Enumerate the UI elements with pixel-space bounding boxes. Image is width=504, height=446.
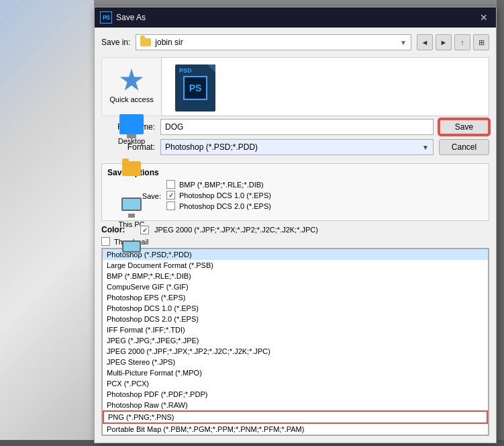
checkbox-jpeg2000[interactable] — [140, 226, 149, 234]
dropdown-item-portable[interactable]: Portable Bit Map (*.PBM;*.PGM;*.PPM;*.PN… — [103, 424, 488, 435]
close-button[interactable]: ✕ — [477, 11, 491, 24]
format-combo[interactable]: Photoshop (*.PSD;*.PDD) ▼ — [160, 139, 434, 155]
background-right — [497, 0, 504, 446]
save-in-row: Save in: jobin sir ▼ ◄ ► ↑ ⊞ — [101, 34, 489, 50]
dropdown-item-pcx[interactable]: PCX (*.PCX) — [103, 378, 488, 389]
save-options-title: Save Options — [107, 168, 483, 177]
save-in-label: Save in: — [101, 38, 130, 47]
file-name-input[interactable] — [160, 119, 434, 135]
ps-app-icon: PS — [100, 11, 112, 24]
dropdown-item-dcs1[interactable]: Photoshop DCS 1.0 (*.EPS) — [103, 303, 488, 314]
title-bar: PS Save As ✕ — [95, 7, 496, 28]
save-in-combo[interactable]: jobin sir ▼ — [136, 34, 411, 50]
checkbox-row-thumbnail: Thumbnail — [101, 237, 489, 246]
pc-monitor — [121, 197, 142, 211]
color-section: Color: JPEG 2000 (*.JPF;*.JPX;*.JP2;*.J2… — [101, 225, 489, 234]
file-name-row: File name: Save — [101, 119, 489, 135]
network-icon — [119, 239, 144, 259]
dropdown-item-dcs2[interactable]: Photoshop DCS 2.0 (*.EPS) — [103, 314, 488, 324]
psd-corner — [207, 64, 215, 73]
format-value: Photoshop (*.PSD;*.PDD) — [165, 142, 258, 152]
view-button[interactable]: ⊞ — [473, 34, 489, 50]
back-button[interactable]: ◄ — [417, 34, 433, 50]
psd-type-label: PSD — [179, 67, 192, 74]
sidebar-item-quick-access[interactable]: Quick access — [102, 63, 161, 109]
save-as-dialog: PS Save As ✕ Save in: jobin sir ▼ ◄ ► ↑ … — [94, 7, 497, 443]
checkbox-dcs1-label: Photoshop DCS 1.0 (*.EPS) — [179, 191, 271, 199]
color-label: Color: — [101, 225, 135, 234]
thumbnail-section: Thumbnail — [101, 237, 489, 246]
psd-file-icon: PSD PS — [175, 64, 215, 112]
folder-main — [122, 161, 141, 176]
checkbox-row-bmp: BMP (*.BMP;*.RLE;*.DIB) — [166, 180, 271, 189]
dropdown-item-psd[interactable]: Photoshop (*.PSD;*.PDD) — [103, 249, 488, 260]
save-options-section: Save Options Save: BMP (*.BMP;*.RLE;*.DI… — [101, 163, 489, 221]
main-area: Quick access Desktop Libraries — [101, 57, 489, 116]
checkbox-bmp[interactable] — [166, 180, 175, 189]
desktop-icon — [119, 114, 144, 134]
checkbox-dcs2[interactable] — [166, 202, 175, 210]
dropdown-item-gif[interactable]: CompuServe GIF (*.GIF) — [103, 281, 488, 292]
net-monitor — [122, 240, 141, 253]
checkbox-row-dcs2: Photoshop DCS 2.0 (*.EPS) — [166, 202, 271, 210]
quick-access-icon — [119, 69, 144, 93]
checkbox-bmp-label: BMP (*.BMP;*.RLE;*.DIB) — [179, 181, 264, 189]
pc-icon — [119, 197, 144, 218]
save-in-arrow: ▼ — [400, 39, 407, 46]
format-combo-arrow: ▼ — [422, 144, 429, 151]
title-bar-left: PS Save As — [100, 11, 146, 24]
dropdown-item-iff[interactable]: IFF Format (*.IFF;*.TDI) — [103, 324, 488, 335]
dialog-content: Save in: jobin sir ▼ ◄ ► ↑ ⊞ — [95, 28, 496, 443]
format-row: Format: Photoshop (*.PSD;*.PDD) ▼ Cancel — [101, 139, 489, 155]
dropdown-item-raw[interactable]: Photoshop Raw (*.RAW) — [103, 400, 488, 410]
sidebar-label-quick-access: Quick access — [109, 95, 153, 103]
star-icon — [119, 69, 144, 93]
dropdown-item-psb[interactable]: Large Document Format (*.PSB) — [103, 260, 488, 271]
psd-file-label: DOG — [186, 114, 204, 116]
dropdown-item-bmp[interactable]: BMP (*.BMP;*.RLE;*.DIB) — [103, 271, 488, 281]
cancel-button[interactable]: Cancel — [439, 139, 489, 155]
toolbar-buttons: ◄ ► ↑ ⊞ — [417, 34, 489, 50]
checkbox-thumbnail[interactable] — [101, 237, 110, 246]
save-checkboxes: BMP (*.BMP;*.RLE;*.DIB) Photoshop DCS 1.… — [166, 180, 271, 212]
pc-stand — [128, 214, 135, 218]
dropdown-item-pdf[interactable]: Photoshop PDF (*.PDF;*.PDP) — [103, 389, 488, 400]
up-button[interactable]: ↑ — [454, 34, 470, 50]
forward-button[interactable]: ► — [436, 34, 452, 50]
dropdown-item-jpeg[interactable]: JPEG (*.JPG;*.JPEG;*.JPE) — [103, 335, 488, 346]
sidebar: Quick access Desktop Libraries — [101, 57, 162, 116]
bottom-section: File name: Save Format: Photoshop (*.PSD… — [101, 119, 489, 436]
dropdown-item-png[interactable]: PNG (*.PNG;*.PNS) — [103, 410, 488, 424]
bottom-two-col: Save Options Save: BMP (*.BMP;*.RLE;*.DI… — [101, 159, 489, 248]
dropdown-item-mpo[interactable]: Multi-Picture Format (*.MPO) — [103, 367, 488, 378]
psd-file-item[interactable]: PSD PS DOG — [168, 64, 222, 116]
dropdown-item-jps[interactable]: JPEG Stereo (*.JPS) — [103, 357, 488, 367]
checkbox-dcs2-label: Photoshop DCS 2.0 (*.EPS) — [179, 202, 271, 210]
save-checkboxes-row: Save: BMP (*.BMP;*.RLE;*.DIB) Photoshop … — [107, 180, 483, 212]
format-label: Format: — [101, 142, 155, 152]
checkbox-dcs1[interactable] — [166, 191, 175, 199]
folder-icon — [140, 38, 151, 46]
format-dropdown-list: Photoshop (*.PSD;*.PDD) Large Document F… — [101, 248, 489, 436]
dialog-title: Save As — [116, 13, 146, 22]
save-button[interactable]: Save — [439, 119, 489, 135]
save-in-value: jobin sir — [155, 38, 396, 47]
dropdown-item-jpeg2000[interactable]: JPEG 2000 (*.JPF;*.JPX;*.JP2;*.J2C;*.J2K… — [103, 346, 488, 357]
save-options-area: Save Options Save: BMP (*.BMP;*.RLE;*.DI… — [101, 159, 489, 248]
file-area: PSD PS DOG — [162, 57, 489, 116]
background-left — [0, 0, 94, 446]
ps-center-icon: PS — [183, 76, 207, 100]
libraries-icon — [119, 156, 144, 176]
checkbox-row-dcs1: Photoshop DCS 1.0 (*.EPS) — [166, 191, 271, 199]
jpeg2000-label: JPEG 2000 (*.JPF;*.JPX;*.JP2;*.J2C;*.J2K… — [154, 226, 318, 234]
dropdown-item-eps[interactable]: Photoshop EPS (*.EPS) — [103, 292, 488, 303]
